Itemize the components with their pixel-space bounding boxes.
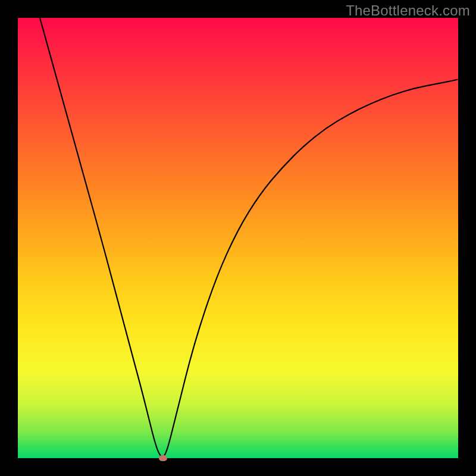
plot-area: [18, 18, 458, 458]
minimum-marker: [159, 455, 167, 461]
bottleneck-curve: [18, 18, 458, 458]
curve-path: [40, 18, 458, 457]
watermark-text: TheBottleneck.com: [346, 2, 470, 19]
chart-frame: TheBottleneck.com: [0, 0, 476, 476]
